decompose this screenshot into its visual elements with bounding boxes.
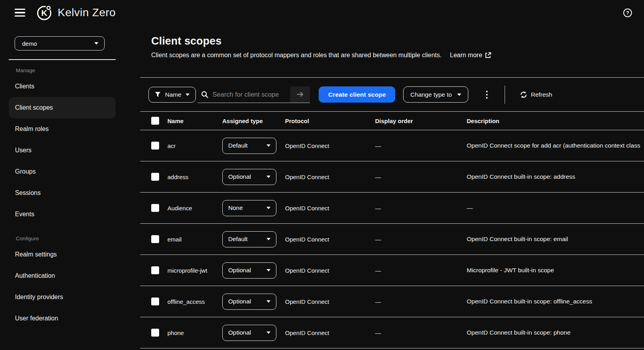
assigned-type-value: Optional xyxy=(228,173,251,180)
column-header-protocol: Protocol xyxy=(285,118,375,124)
assigned-type-dropdown[interactable]: Optional xyxy=(222,294,276,310)
sidebar-item-users[interactable]: Users xyxy=(9,140,116,161)
sidebar-item-label: Realm settings xyxy=(15,251,57,258)
sidebar-item-groups[interactable]: Groups xyxy=(9,161,116,182)
learn-more-link[interactable]: Learn more xyxy=(450,52,492,59)
hamburger-menu-icon[interactable] xyxy=(15,9,25,17)
description-value: OpenID Connect scope for add acr (authen… xyxy=(467,142,644,149)
description-value: — xyxy=(467,204,644,211)
search-filter-dropdown[interactable]: Name xyxy=(148,87,196,103)
sidebar-item-label: Realm roles xyxy=(15,125,49,133)
row-checkbox[interactable] xyxy=(151,142,159,150)
realm-selector[interactable]: demo xyxy=(15,36,105,51)
client-scope-name[interactable]: phone xyxy=(167,329,222,336)
description-value: OpenID Connect built-in scope: offline_a… xyxy=(467,298,644,305)
assigned-type-value: Optional xyxy=(228,298,251,305)
assigned-type-dropdown[interactable]: None xyxy=(222,200,276,216)
column-header-description: Description xyxy=(467,118,644,124)
page-title: Client scopes xyxy=(151,35,644,47)
protocol-value: OpenID Connect xyxy=(285,142,375,149)
protocol-value: OpenID Connect xyxy=(285,236,375,243)
assigned-type-value: Default xyxy=(228,236,248,243)
client-scope-name[interactable]: address xyxy=(167,174,222,180)
external-link-icon xyxy=(485,52,491,58)
sidebar: demo ManageClientsClient scopesRealm rol… xyxy=(0,25,126,350)
sidebar-item-realm-settings[interactable]: Realm settings xyxy=(9,244,116,265)
brand-logo-icon: K xyxy=(36,4,53,21)
table-header-row: Name Assigned type Protocol Display orde… xyxy=(140,112,644,130)
column-header-name: Name xyxy=(167,118,222,124)
create-client-scope-button[interactable]: Create client scope xyxy=(319,86,395,103)
chevron-down-icon xyxy=(457,94,461,96)
client-scope-name[interactable]: microprofile-jwt xyxy=(167,267,222,274)
sidebar-section-label: Configure xyxy=(16,235,126,242)
sidebar-item-identity-providers[interactable]: Identity providers xyxy=(9,286,116,308)
kebab-menu-icon[interactable] xyxy=(479,87,494,103)
page-description: Client scopes are a common set of protoc… xyxy=(151,52,442,59)
page-header: Client scopes Client scopes are a common… xyxy=(140,25,644,77)
sidebar-item-events[interactable]: Events xyxy=(9,204,116,225)
sidebar-item-client-scopes[interactable]: Client scopes xyxy=(9,97,116,118)
search-submit-button[interactable] xyxy=(290,86,310,103)
sidebar-section-label: Manage xyxy=(16,67,126,74)
client-scope-name[interactable]: Audience xyxy=(167,205,222,211)
row-checkbox[interactable] xyxy=(151,329,159,337)
sidebar-item-clients[interactable]: Clients xyxy=(9,76,116,97)
filter-icon xyxy=(155,92,161,97)
toolbar-vertical-divider xyxy=(505,86,505,104)
sidebar-item-authentication[interactable]: Authentication xyxy=(9,265,116,286)
sidebar-item-label: Events xyxy=(15,211,34,218)
column-header-assigned-type: Assigned type xyxy=(222,118,285,124)
chevron-down-icon xyxy=(267,331,270,334)
table-body: acrDefaultOpenID Connect—OpenID Connect … xyxy=(140,130,644,348)
change-type-dropdown[interactable]: Change type to xyxy=(403,86,468,103)
sidebar-item-label: Clients xyxy=(15,83,34,90)
search-input[interactable] xyxy=(208,86,290,103)
help-icon[interactable]: ? xyxy=(623,8,632,17)
sidebar-item-label: Users xyxy=(15,147,32,154)
row-checkbox[interactable] xyxy=(151,204,159,212)
display-order-value: — xyxy=(375,267,467,274)
row-checkbox[interactable] xyxy=(151,235,159,243)
brand-title: Kelvin Zero xyxy=(58,6,116,19)
sidebar-item-user-federation[interactable]: User federation xyxy=(9,308,116,329)
sidebar-item-label: User federation xyxy=(15,315,58,322)
chevron-down-icon xyxy=(186,94,190,96)
sidebar-item-realm-roles[interactable]: Realm roles xyxy=(9,118,116,140)
table-row: emailDefaultOpenID Connect—OpenID Connec… xyxy=(140,224,644,255)
row-checkbox[interactable] xyxy=(151,173,159,181)
table-row: AudienceNoneOpenID Connect—— xyxy=(140,193,644,224)
realm-selector-value: demo xyxy=(22,40,37,47)
table-row: microprofile-jwtOptionalOpenID Connect—M… xyxy=(140,255,644,286)
assigned-type-dropdown[interactable]: Optional xyxy=(222,262,276,279)
sidebar-divider xyxy=(9,59,116,60)
protocol-value: OpenID Connect xyxy=(285,267,375,274)
protocol-value: OpenID Connect xyxy=(285,298,375,305)
refresh-button[interactable]: Refresh xyxy=(520,91,552,98)
select-all-checkbox[interactable] xyxy=(151,117,159,125)
client-scope-name[interactable]: email xyxy=(167,236,222,243)
table-row: addressOptionalOpenID Connect—OpenID Con… xyxy=(140,161,644,193)
table-row: offline_accessOptionalOpenID Connect—Ope… xyxy=(140,286,644,317)
description-value: OpenID Connect built-in scope: address xyxy=(467,173,644,180)
sidebar-item-sessions[interactable]: Sessions xyxy=(9,182,116,204)
display-order-value: — xyxy=(375,205,467,211)
chevron-down-icon xyxy=(267,269,270,271)
row-checkbox[interactable] xyxy=(151,266,159,274)
assigned-type-dropdown[interactable]: Optional xyxy=(222,169,276,185)
assigned-type-dropdown[interactable]: Optional xyxy=(222,325,276,341)
protocol-value: OpenID Connect xyxy=(285,174,375,180)
search-icon xyxy=(197,86,208,103)
arrow-right-icon xyxy=(296,91,304,97)
chevron-down-icon xyxy=(267,144,270,147)
assigned-type-dropdown[interactable]: Default xyxy=(222,231,276,247)
client-scope-name[interactable]: acr xyxy=(167,142,222,149)
sidebar-nav: ManageClientsClient scopesRealm rolesUse… xyxy=(0,67,126,329)
display-order-value: — xyxy=(375,236,467,243)
assigned-type-value: None xyxy=(228,204,243,211)
client-scope-name[interactable]: offline_access xyxy=(167,298,222,305)
sidebar-item-label: Sessions xyxy=(15,189,41,197)
row-checkbox[interactable] xyxy=(151,298,159,305)
assigned-type-dropdown[interactable]: Default xyxy=(222,138,276,154)
assigned-type-value: Default xyxy=(228,142,248,149)
